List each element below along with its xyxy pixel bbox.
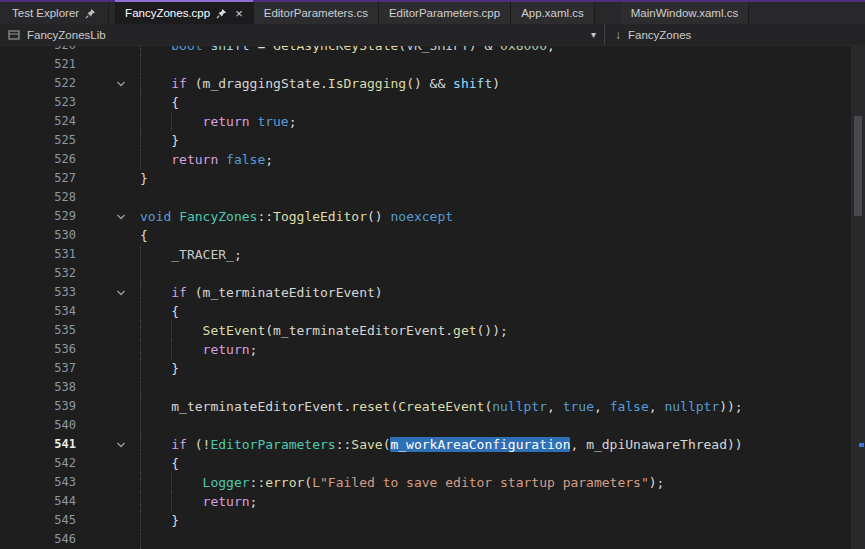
- line-number: 545: [0, 511, 80, 530]
- fold-margin: [80, 378, 136, 397]
- code-text: {: [136, 454, 851, 473]
- code-line[interactable]: 535SetEvent(m_terminateEditorEvent.get()…: [0, 321, 851, 340]
- indent-guide: [140, 245, 171, 264]
- line-number: 546: [0, 530, 80, 549]
- code-line[interactable]: 537}: [0, 359, 851, 378]
- scrollbar-thumb[interactable]: [854, 116, 862, 216]
- tab-test-explorer[interactable]: Test Explorer: [0, 2, 109, 24]
- code-token: ::: [257, 209, 273, 224]
- fold-margin[interactable]: [80, 207, 136, 226]
- close-icon[interactable]: ×: [235, 7, 243, 20]
- indent-guide: [140, 46, 171, 55]
- code-token: false: [610, 399, 649, 414]
- pin-icon[interactable]: [85, 8, 96, 19]
- code-line[interactable]: 545}: [0, 511, 851, 530]
- code-line[interactable]: 546: [0, 530, 851, 549]
- fold-margin: [80, 46, 136, 55]
- code-line[interactable]: 526return false;: [0, 150, 851, 169]
- code-text: if (m_draggingState.IsDragging() && shif…: [136, 74, 851, 93]
- code-editor[interactable]: 520bool shift = GetAsyncKeyState(VK_SHIF…: [0, 46, 851, 549]
- indent-guide: [140, 55, 171, 74]
- document-tab[interactable]: MainWindow.xaml.cs: [621, 2, 749, 24]
- code-line[interactable]: 543Logger::error(L"Failed to save editor…: [0, 473, 851, 492]
- code-token: }: [171, 361, 179, 376]
- code-line[interactable]: 534{: [0, 302, 851, 321]
- project-name: FancyZonesLib: [27, 29, 106, 41]
- code-token: nullptr: [492, 399, 547, 414]
- chevron-down-icon[interactable]: ▾: [591, 29, 596, 40]
- code-token: ;: [234, 247, 242, 262]
- code-token: (: [304, 475, 312, 490]
- code-token: if: [171, 285, 187, 300]
- code-line[interactable]: 540: [0, 416, 851, 435]
- code-line[interactable]: 538: [0, 378, 851, 397]
- fold-margin[interactable]: [80, 435, 136, 454]
- code-text: {: [136, 93, 851, 112]
- fold-margin[interactable]: [80, 74, 136, 93]
- code-line[interactable]: 533if (m_terminateEditorEvent): [0, 283, 851, 302]
- document-tab[interactable]: FancyZones.cpp×: [115, 2, 254, 24]
- code-token: void: [140, 209, 171, 224]
- code-line[interactable]: 531_TRACER_;: [0, 245, 851, 264]
- code-line[interactable]: 523{: [0, 93, 851, 112]
- code-line[interactable]: 529void FancyZones::ToggleEditor() noexc…: [0, 207, 851, 226]
- code-text: if (!EditorParameters::Save(m_workAreaCo…: [136, 435, 851, 454]
- chevron-down-icon[interactable]: [116, 440, 126, 450]
- pin-icon[interactable]: [216, 8, 227, 19]
- code-token: (: [187, 76, 203, 91]
- code-token: reset: [351, 399, 390, 414]
- code-line[interactable]: 542{: [0, 454, 851, 473]
- member-dropdown[interactable]: ↓ FancyZones: [604, 24, 865, 45]
- code-line[interactable]: 541if (!EditorParameters::Save(m_workAre…: [0, 435, 851, 454]
- code-token: (: [265, 323, 273, 338]
- scrollbar-selection-mark: [859, 443, 864, 447]
- chevron-down-icon[interactable]: [116, 288, 126, 298]
- line-number: 523: [0, 93, 80, 112]
- document-tab[interactable]: App.xaml.cs: [511, 2, 595, 24]
- code-line[interactable]: 522if (m_draggingState.IsDragging() && s…: [0, 74, 851, 93]
- code-line[interactable]: 520bool shift = GetAsyncKeyState(VK_SHIF…: [0, 46, 851, 55]
- code-token: true: [257, 114, 288, 129]
- code-token: ,: [547, 399, 563, 414]
- code-token: SetEvent: [203, 323, 266, 338]
- indent-guide: [140, 454, 171, 473]
- indent-guide: [140, 378, 171, 397]
- chevron-down-icon[interactable]: [116, 79, 126, 89]
- code-line[interactable]: 536return;: [0, 340, 851, 359]
- fold-margin: [80, 131, 136, 150]
- document-tab[interactable]: EditorParameters.cpp: [379, 2, 511, 24]
- indent-guide: [171, 340, 202, 359]
- code-token: if: [171, 437, 187, 452]
- vertical-scrollbar[interactable]: [851, 46, 865, 549]
- code-token: L"Failed to save editor startup paramete…: [312, 475, 649, 490]
- code-token: VK_SHIFT: [406, 46, 469, 53]
- code-token: Logger: [203, 475, 250, 490]
- code-line[interactable]: 530{: [0, 226, 851, 245]
- fold-margin[interactable]: [80, 283, 136, 302]
- code-token: Save: [351, 437, 382, 452]
- fold-margin: [80, 416, 136, 435]
- code-text: if (m_terminateEditorEvent): [136, 283, 851, 302]
- document-tab[interactable]: EditorParameters.cs: [254, 2, 379, 24]
- code-line[interactable]: 521: [0, 55, 851, 74]
- tab-bar: Test Explorer FancyZones.cpp×EditorParam…: [0, 2, 865, 24]
- chevron-down-icon[interactable]: [116, 212, 126, 222]
- indent-guide: [171, 112, 202, 131]
- project-dropdown[interactable]: FancyZonesLib ▾: [0, 24, 604, 45]
- indent-guide: [140, 530, 171, 549]
- line-number: 526: [0, 150, 80, 169]
- code-line[interactable]: 539m_terminateEditorEvent.reset(CreateEv…: [0, 397, 851, 416]
- code-token: ;: [265, 152, 273, 167]
- code-token: }: [171, 133, 179, 148]
- code-line[interactable]: 524return true;: [0, 112, 851, 131]
- fold-margin: [80, 169, 136, 188]
- code-token: get: [453, 323, 476, 338]
- code-line[interactable]: 532: [0, 264, 851, 283]
- code-line[interactable]: 528: [0, 188, 851, 207]
- line-number: 535: [0, 321, 80, 340]
- indent-guide: [140, 93, 171, 112]
- code-line[interactable]: 527}: [0, 169, 851, 188]
- fold-margin: [80, 530, 136, 549]
- code-line[interactable]: 544return;: [0, 492, 851, 511]
- code-line[interactable]: 525}: [0, 131, 851, 150]
